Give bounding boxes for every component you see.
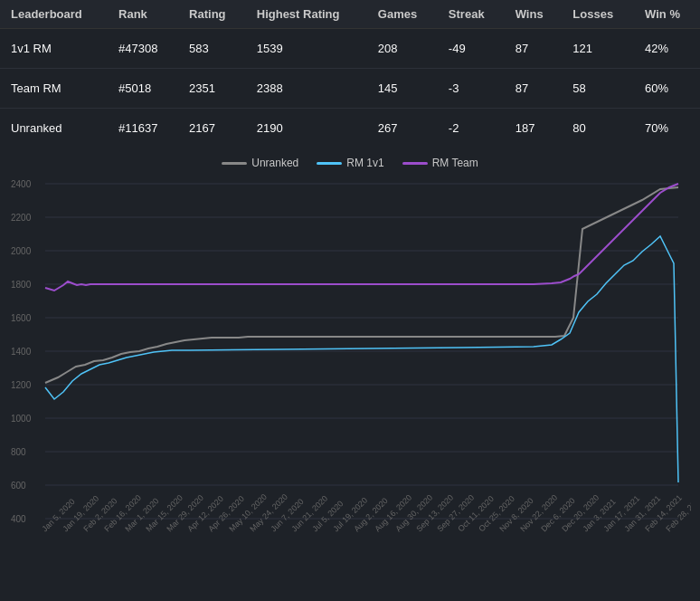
table-cell: 121 [562, 29, 634, 69]
leaderboard-table: LeaderboardRankRatingHighest RatingGames… [0, 0, 700, 148]
table-header-rating: Rating [178, 0, 246, 29]
table-cell: 187 [505, 109, 563, 148]
chart-line-rm1v1 [45, 236, 678, 482]
table-cell: 1539 [246, 29, 367, 69]
table-cell: 60% [634, 69, 700, 109]
table-header-highest-rating: Highest Rating [246, 0, 367, 29]
table-cell: #11637 [108, 109, 178, 148]
table-header-streak: Streak [438, 0, 505, 29]
table-cell: #47308 [108, 29, 178, 69]
legend-line-rm1v1 [317, 162, 342, 165]
chart-container: Unranked RM 1v1 RM Team .grid-line { str… [0, 148, 700, 555]
table-cell: 145 [367, 69, 438, 109]
svg-text:1000: 1000 [11, 414, 32, 424]
table-cell: 2167 [178, 109, 246, 148]
legend-item-unranked: Unranked [222, 157, 298, 169]
table-cell: 267 [367, 109, 438, 148]
table-cell: Unranked [0, 109, 108, 148]
svg-text:2000: 2000 [11, 246, 32, 256]
svg-text:1600: 1600 [11, 313, 32, 323]
table-row: Team RM#501823512388145-3875860% [0, 69, 700, 109]
table-cell: 1v1 RM [0, 29, 108, 69]
legend-label-unranked: Unranked [251, 157, 298, 169]
chart-area: .grid-line { stroke: #2e3340; stroke-wid… [9, 175, 691, 555]
table-header-leaderboard: Leaderboard [0, 0, 108, 29]
chart-legend: Unranked RM 1v1 RM Team [9, 157, 691, 169]
table-cell: 208 [367, 29, 438, 69]
table-cell: -2 [438, 109, 505, 148]
svg-text:1200: 1200 [11, 380, 32, 390]
table-cell: 87 [505, 29, 563, 69]
svg-text:1400: 1400 [11, 347, 32, 357]
chart-svg: .grid-line { stroke: #2e3340; stroke-wid… [9, 175, 691, 555]
table-cell: 80 [562, 109, 634, 148]
legend-label-rmteam: RM Team [432, 157, 478, 169]
svg-text:2400: 2400 [11, 179, 32, 189]
table-header-losses: Losses [562, 0, 634, 29]
svg-text:400: 400 [11, 514, 26, 524]
svg-text:1800: 1800 [11, 280, 32, 290]
table-header-wins: Wins [505, 0, 563, 29]
chart-line-rmteam [45, 184, 678, 291]
table-header-win-%: Win % [634, 0, 700, 29]
legend-item-rm1v1: RM 1v1 [317, 157, 383, 169]
table-cell: 70% [634, 109, 700, 148]
table-cell: Team RM [0, 69, 108, 109]
table-header-games: Games [367, 0, 438, 29]
legend-label-rm1v1: RM 1v1 [346, 157, 383, 169]
table-cell: 2351 [178, 69, 246, 109]
legend-line-unranked [222, 162, 247, 165]
table-cell: 583 [178, 29, 246, 69]
table-cell: 58 [562, 69, 634, 109]
table-row: 1v1 RM#473085831539208-498712142% [0, 29, 700, 69]
table-cell: #5018 [108, 69, 178, 109]
table-row: Unranked#1163721672190267-21878070% [0, 109, 700, 148]
legend-item-rmteam: RM Team [402, 157, 478, 169]
svg-text:800: 800 [11, 447, 26, 457]
table-cell: 87 [505, 69, 563, 109]
table-header-rank: Rank [108, 0, 178, 29]
table-cell: 2190 [246, 109, 367, 148]
svg-text:2200: 2200 [11, 213, 32, 223]
x-axis-labels: Jan 5, 2020 Jan 19, 2020 Feb 2, 2020 Feb… [40, 492, 691, 534]
table-cell: 2388 [246, 69, 367, 109]
table-cell: -49 [438, 29, 505, 69]
legend-line-rmteam [402, 162, 428, 165]
table-cell: -3 [438, 69, 505, 109]
table-cell: 42% [634, 29, 700, 69]
svg-text:600: 600 [11, 481, 26, 491]
